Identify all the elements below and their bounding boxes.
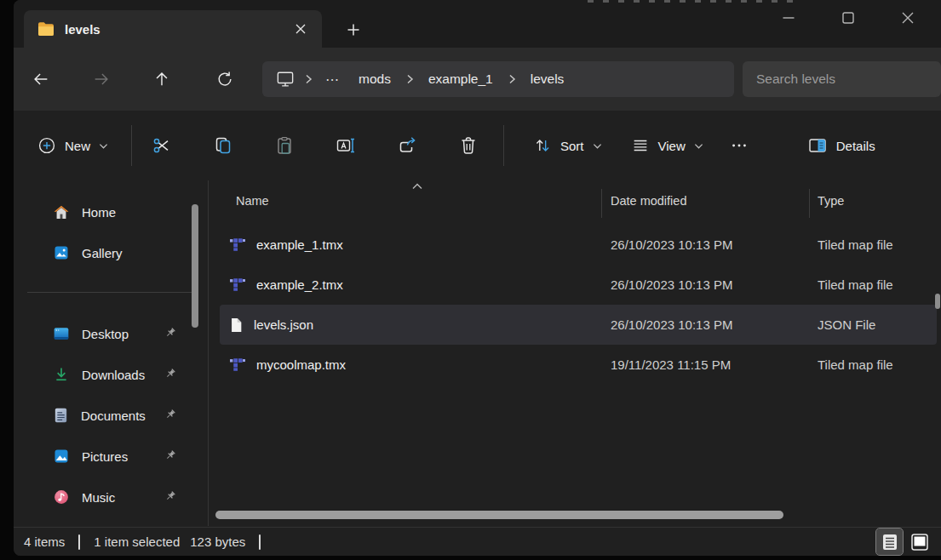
sidebar: Home Gallery Desktop bbox=[14, 180, 209, 526]
selection-size: 123 bytes bbox=[190, 534, 245, 549]
sidebar-item-documents[interactable]: Documents bbox=[14, 401, 208, 430]
sidebar-item-gallery[interactable]: Gallery bbox=[14, 238, 208, 267]
downloads-icon bbox=[53, 366, 70, 383]
tiled-map-icon bbox=[230, 238, 245, 251]
horizontal-scrollbar-thumb[interactable] bbox=[215, 511, 783, 519]
sidebar-item-label: Pictures bbox=[82, 449, 128, 464]
file-date-modified: 26/10/2023 10:13 PM bbox=[611, 317, 818, 332]
file-row-levels-json[interactable]: levels.json 26/10/2023 10:13 PM JSON Fil… bbox=[220, 305, 937, 345]
sidebar-item-pictures[interactable]: Pictures bbox=[14, 442, 208, 471]
view-icon bbox=[631, 136, 650, 155]
search-box[interactable] bbox=[743, 61, 941, 97]
sort-button[interactable]: Sort bbox=[523, 129, 612, 163]
status-separator bbox=[78, 534, 80, 550]
cut-button[interactable] bbox=[145, 129, 179, 163]
file-type: Tiled map file bbox=[818, 237, 893, 252]
details-pane-icon bbox=[807, 135, 828, 156]
sidebar-item-downloads[interactable]: Downloads bbox=[14, 360, 208, 389]
breadcrumb-item-mods[interactable]: mods bbox=[348, 68, 401, 90]
pin-icon bbox=[163, 449, 177, 463]
sidebar-item-label: Desktop bbox=[82, 327, 129, 341]
delete-icon bbox=[458, 135, 479, 156]
address-bar[interactable]: ⋯ mods example_1 levels bbox=[262, 61, 734, 97]
back-arrow-icon bbox=[32, 70, 50, 89]
sidebar-item-label: Documents bbox=[81, 409, 146, 423]
new-button[interactable]: New bbox=[27, 129, 118, 163]
forward-button[interactable] bbox=[86, 64, 117, 94]
cut-icon bbox=[152, 135, 172, 156]
breadcrumb-overflow[interactable]: ⋯ bbox=[317, 71, 348, 88]
horizontal-scrollbar[interactable] bbox=[215, 511, 934, 519]
vertical-scrollbar-thumb[interactable] bbox=[935, 294, 940, 309]
item-count: 4 items bbox=[24, 534, 65, 549]
copy-button[interactable] bbox=[206, 129, 240, 163]
breadcrumb-item-levels[interactable]: levels bbox=[520, 68, 575, 90]
close-icon bbox=[295, 23, 307, 35]
sidebar-item-label: Home bbox=[82, 205, 116, 220]
breadcrumb-item-example-1[interactable]: example_1 bbox=[418, 68, 503, 90]
file-date-modified: 19/11/2023 11:15 PM bbox=[611, 357, 818, 372]
column-header-name[interactable]: Name bbox=[236, 194, 269, 208]
file-row-mycoolmap[interactable]: mycoolmap.tmx 19/11/2023 11:15 PM Tiled … bbox=[220, 345, 937, 385]
sidebar-item-label: Music bbox=[82, 490, 115, 505]
sidebar-scrollbar-thumb[interactable] bbox=[192, 204, 198, 328]
search-input[interactable] bbox=[756, 71, 927, 87]
pin-icon bbox=[163, 489, 177, 504]
column-header-date-modified[interactable]: Date modified bbox=[611, 194, 686, 208]
navigation-bar: ⋯ mods example_1 levels bbox=[14, 48, 941, 111]
paste-icon bbox=[274, 135, 295, 156]
file-type: Tiled map file bbox=[818, 357, 893, 372]
home-icon bbox=[53, 204, 70, 220]
folder-icon bbox=[37, 21, 55, 37]
forward-arrow-icon bbox=[92, 70, 111, 89]
minimize-button[interactable] bbox=[770, 3, 807, 32]
back-button[interactable] bbox=[26, 64, 56, 94]
background-window-artifact bbox=[588, 0, 800, 3]
toolbar-separator bbox=[503, 125, 504, 166]
details-button-label: Details bbox=[836, 139, 875, 153]
refresh-button[interactable] bbox=[209, 64, 240, 94]
explorer-tab[interactable]: levels bbox=[24, 10, 322, 48]
file-row-example-1[interactable]: example_1.tmx 26/10/2023 10:13 PM Tiled … bbox=[220, 225, 937, 265]
maximize-button[interactable] bbox=[829, 3, 867, 32]
up-button[interactable] bbox=[146, 64, 177, 94]
details-view-toggle[interactable] bbox=[876, 529, 903, 555]
new-tab-button[interactable] bbox=[341, 17, 366, 43]
new-button-label: New bbox=[65, 139, 90, 153]
tab-title: levels bbox=[65, 22, 288, 37]
tab-close-button[interactable] bbox=[288, 16, 313, 42]
pin-icon bbox=[163, 408, 177, 422]
up-arrow-icon bbox=[152, 70, 171, 89]
pin-icon bbox=[163, 367, 177, 381]
column-header-type[interactable]: Type bbox=[818, 194, 844, 208]
copy-icon bbox=[213, 135, 233, 156]
details-button[interactable]: Details bbox=[797, 129, 886, 163]
rename-icon bbox=[336, 135, 356, 156]
sort-button-label: Sort bbox=[560, 139, 584, 153]
file-name: example_1.tmx bbox=[256, 237, 343, 252]
sidebar-item-desktop[interactable]: Desktop bbox=[14, 319, 208, 348]
list-header: Name Date modified Type bbox=[209, 186, 941, 220]
file-name: example_2.tmx bbox=[256, 277, 343, 292]
column-divider[interactable] bbox=[601, 189, 602, 218]
more-options-button[interactable] bbox=[722, 129, 756, 163]
file-explorer-window: levels bbox=[14, 0, 941, 556]
paste-button[interactable] bbox=[267, 129, 301, 163]
sidebar-item-label: Downloads bbox=[82, 368, 145, 382]
file-row-example-2[interactable]: example_2.tmx 26/10/2023 10:13 PM Tiled … bbox=[220, 265, 937, 305]
view-button[interactable]: View bbox=[621, 129, 714, 163]
share-button[interactable] bbox=[390, 129, 424, 163]
sidebar-separator bbox=[27, 292, 194, 293]
tiled-map-icon bbox=[230, 278, 245, 291]
delete-button[interactable] bbox=[451, 129, 485, 163]
sidebar-item-music[interactable]: Music bbox=[14, 483, 208, 511]
sidebar-item-home[interactable]: Home bbox=[14, 197, 208, 226]
rename-button[interactable] bbox=[329, 129, 363, 163]
file-name: mycoolmap.tmx bbox=[256, 357, 346, 372]
column-divider[interactable] bbox=[809, 189, 810, 218]
window-close-button[interactable] bbox=[889, 3, 927, 32]
sidebar-item-label: Gallery bbox=[82, 246, 123, 260]
thumbnail-view-icon bbox=[910, 533, 929, 551]
file-date-modified: 26/10/2023 10:13 PM bbox=[611, 277, 818, 292]
thumbnail-view-toggle[interactable] bbox=[906, 529, 932, 555]
